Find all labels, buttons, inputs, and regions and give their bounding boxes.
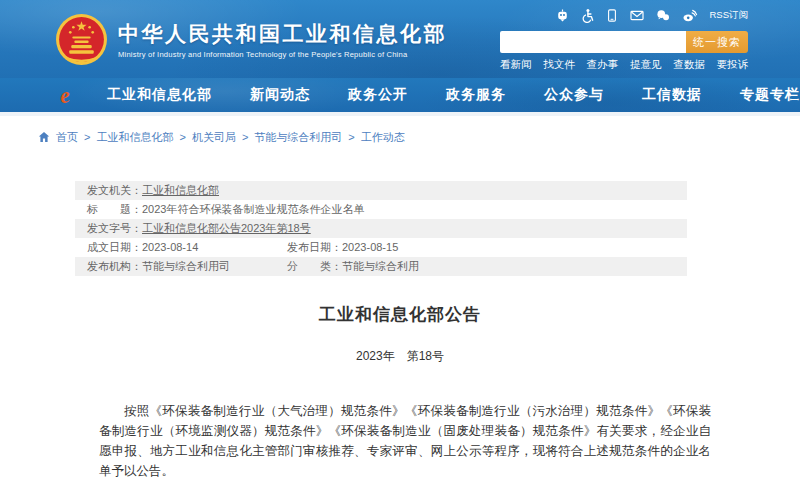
meta-label: 成文日期： — [87, 238, 142, 257]
mobile-icon[interactable] — [605, 8, 619, 23]
meta-label: 发文字号： — [87, 219, 142, 238]
meta-cell: 分 类： 节能与综合利用 — [287, 257, 419, 276]
nav-items: 工业和信息化部 新闻动态 政务公开 政务服务 公众参与 工信数据 专题专栏 — [107, 86, 800, 104]
meta-cell: 发文字号： 工业和信息化部公告2023年第18号 — [87, 219, 311, 238]
nav-item-gov-services[interactable]: 政务服务 — [446, 86, 506, 104]
meta-value-publish-date: 2023-08-15 — [342, 238, 398, 257]
meta-cell: 标 题： 2023年符合环保装备制造业规范条件企业名单 — [87, 200, 364, 219]
main-nav: e 工业和信息化部 新闻动态 政务公开 政务服务 公众参与 工信数据 专题专栏 — [0, 78, 800, 116]
nav-item-miit[interactable]: 工业和信息化部 — [107, 86, 212, 104]
nav-item-news[interactable]: 新闻动态 — [250, 86, 310, 104]
search-button[interactable]: 统一搜索 — [686, 31, 748, 53]
breadcrumb-separator: > — [179, 131, 185, 143]
meta-value-title: 2023年符合环保装备制造业规范条件企业名单 — [142, 200, 364, 219]
site-brand[interactable]: 中华人民共和国工业和信息化部 Ministry of Industry and … — [55, 13, 447, 66]
header-quick-links: 看新闻 找文件 查办事 提意见 查数据 要投诉 — [500, 58, 748, 72]
document-meta-table: 发文机关： 工业和信息化部 标 题： 2023年符合环保装备制造业规范条件企业名… — [75, 181, 687, 276]
quick-link-data[interactable]: 查数据 — [673, 58, 705, 72]
article-paragraph: 按照《环保装备制造行业（大气治理）规范条件》《环保装备制造行业（污水治理）规范条… — [99, 401, 711, 481]
quick-link-documents[interactable]: 找文件 — [543, 58, 575, 72]
meta-row-issuing-authority: 发文机关： 工业和信息化部 — [75, 181, 687, 200]
rss-subscribe-link[interactable]: RSS订阅 — [709, 9, 748, 22]
breadcrumb-energy-dept[interactable]: 节能与综合利用司 — [254, 130, 342, 145]
site-title: 中华人民共和国工业和信息化部 — [118, 21, 447, 47]
meta-value-publisher: 节能与综合利用司 — [142, 257, 230, 276]
nav-item-public-participation[interactable]: 公众参与 — [544, 86, 604, 104]
national-emblem-logo — [55, 13, 108, 66]
mail-icon[interactable] — [629, 8, 645, 23]
nav-item-special-topics[interactable]: 专题专栏 — [740, 86, 800, 104]
meta-value-doc-number[interactable]: 工业和信息化部公告2023年第18号 — [142, 219, 311, 238]
breadcrumb: 首页 > 工业和信息化部 > 机关司局 > 节能与综合利用司 > 工作动态 — [38, 130, 800, 144]
article-title: 工业和信息化部公告 — [0, 303, 800, 326]
nav-e-logo-icon[interactable]: e — [59, 83, 81, 107]
meta-label: 发布日期： — [287, 238, 342, 257]
mascot-icon[interactable] — [555, 8, 570, 23]
article-body: 按照《环保装备制造行业（大气治理）规范条件》《环保装备制造行业（污水治理）规范条… — [99, 401, 711, 482]
meta-row-dates: 成文日期： 2023-08-14 发布日期： 2023-08-15 — [75, 238, 687, 257]
meta-cell: 发布机构： 节能与综合利用司 — [87, 257, 287, 276]
meta-cell: 发文机关： 工业和信息化部 — [87, 181, 219, 200]
quick-link-complaint[interactable]: 要投诉 — [716, 58, 748, 72]
site-subtitle: Ministry of Industry and Information Tec… — [118, 50, 447, 59]
meta-cell: 发布日期： 2023-08-15 — [287, 238, 398, 257]
meta-cell: 成文日期： 2023-08-14 — [87, 238, 287, 257]
meta-label: 发文机关： — [87, 181, 142, 200]
meta-row-doc-number: 发文字号： 工业和信息化部公告2023年第18号 — [75, 219, 687, 238]
site-brand-text: 中华人民共和国工业和信息化部 Ministry of Industry and … — [118, 21, 447, 59]
article-doc-number: 2023年 第18号 — [0, 348, 800, 365]
header-icon-row: RSS订阅 — [500, 7, 748, 24]
quick-link-feedback[interactable]: 提意见 — [630, 58, 662, 72]
nav-item-gov-affairs[interactable]: 政务公开 — [348, 86, 408, 104]
page: 中华人民共和国工业和信息化部 Ministry of Industry and … — [0, 0, 800, 482]
meta-row-publisher: 发布机构： 节能与综合利用司 分 类： 节能与综合利用 — [75, 257, 687, 276]
quick-link-services[interactable]: 查办事 — [587, 58, 619, 72]
meta-value-issuing-authority[interactable]: 工业和信息化部 — [142, 181, 219, 200]
meta-label: 标 题： — [87, 200, 142, 219]
quick-link-news[interactable]: 看新闻 — [500, 58, 532, 72]
search-input[interactable] — [500, 31, 686, 53]
meta-label: 分 类： — [287, 257, 342, 276]
breadcrumb-miit[interactable]: 工业和信息化部 — [96, 130, 173, 145]
wechat-icon[interactable] — [655, 8, 671, 23]
meta-value-category: 节能与综合利用 — [342, 257, 419, 276]
search-bar: 统一搜索 — [500, 31, 748, 53]
meta-row-title: 标 题： 2023年符合环保装备制造业规范条件企业名单 — [75, 200, 687, 219]
nav-item-miit-data[interactable]: 工信数据 — [642, 86, 702, 104]
breadcrumb-separator: > — [84, 131, 90, 143]
breadcrumb-work-news[interactable]: 工作动态 — [361, 130, 405, 145]
home-icon[interactable] — [38, 131, 50, 143]
header-right: RSS订阅 统一搜索 看新闻 找文件 查办事 提意见 查数据 要投诉 — [500, 7, 748, 72]
breadcrumb-separator: > — [242, 131, 248, 143]
site-header: 中华人民共和国工业和信息化部 Ministry of Industry and … — [0, 0, 800, 78]
meta-label: 发布机构： — [87, 257, 142, 276]
meta-value-written-date: 2023-08-14 — [142, 238, 198, 257]
weibo-icon[interactable] — [681, 8, 698, 23]
breadcrumb-home[interactable]: 首页 — [56, 130, 78, 145]
accessibility-icon[interactable] — [580, 8, 595, 23]
breadcrumb-departments[interactable]: 机关司局 — [192, 130, 236, 145]
breadcrumb-separator: > — [348, 131, 354, 143]
